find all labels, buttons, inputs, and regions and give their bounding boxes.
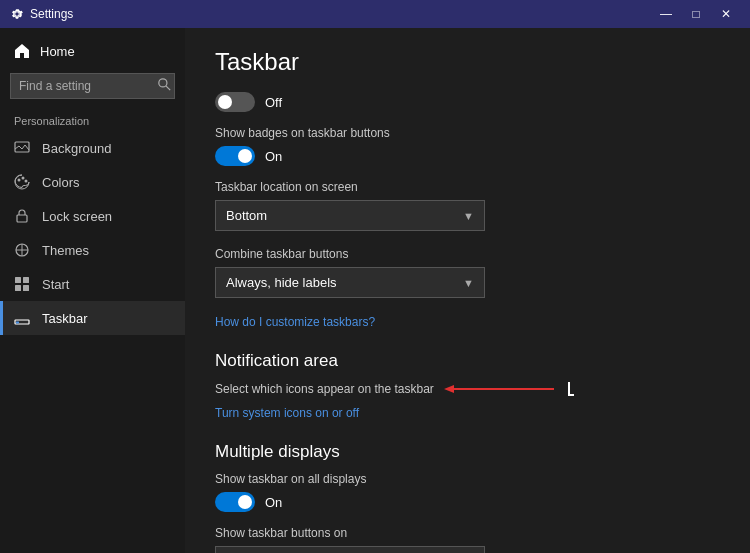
svg-rect-11 <box>23 285 29 291</box>
sidebar-item-start-label: Start <box>42 277 69 292</box>
home-icon <box>14 43 30 59</box>
palette-icon <box>14 174 30 190</box>
combine-dropdown[interactable]: Always, hide labels ▼ <box>215 267 485 298</box>
location-dropdown[interactable]: Bottom ▼ <box>215 200 485 231</box>
minimize-button[interactable]: — <box>652 3 680 25</box>
badges-toggle-row: On <box>215 146 720 166</box>
svg-rect-13 <box>16 322 19 324</box>
svg-rect-6 <box>17 215 27 222</box>
sidebar-item-lock-screen-label: Lock screen <box>42 209 112 224</box>
sidebar-item-start[interactable]: Start <box>0 267 185 301</box>
svg-rect-9 <box>23 277 29 283</box>
sidebar-item-taskbar[interactable]: Taskbar <box>0 301 185 335</box>
sidebar-item-themes-label: Themes <box>42 243 89 258</box>
main-toggle[interactable] <box>215 92 255 112</box>
sidebar-item-themes[interactable]: Themes <box>0 233 185 267</box>
svg-marker-15 <box>444 385 454 393</box>
close-button[interactable]: ✕ <box>712 3 740 25</box>
sidebar-section-label: Personalization <box>0 109 185 131</box>
location-dropdown-arrow: ▼ <box>463 210 474 222</box>
sidebar: Home Personalization Background <box>0 28 185 553</box>
badges-label: Show badges on taskbar buttons <box>215 126 720 140</box>
start-icon <box>14 276 30 292</box>
sidebar-home-label: Home <box>40 44 75 59</box>
cursor-indicator <box>568 382 574 396</box>
show-all-toggle[interactable] <box>215 492 255 512</box>
app-body: Home Personalization Background <box>0 28 750 553</box>
titlebar: Settings — □ ✕ <box>0 0 750 28</box>
themes-icon <box>14 242 30 258</box>
main-toggle-label: Off <box>265 95 282 110</box>
sidebar-item-background[interactable]: Background <box>0 131 185 165</box>
content-area: Taskbar Off Show badges on taskbar butto… <box>185 28 750 553</box>
sidebar-item-colors[interactable]: Colors <box>0 165 185 199</box>
svg-point-0 <box>159 79 167 87</box>
location-label: Taskbar location on screen <box>215 180 720 194</box>
buttons-on-dropdown[interactable]: All taskbars ▼ <box>215 546 485 553</box>
sidebar-item-lock-screen[interactable]: Lock screen <box>0 199 185 233</box>
combine-selected: Always, hide labels <box>226 275 337 290</box>
colors-icon <box>14 174 30 190</box>
red-arrow-icon <box>444 381 564 397</box>
notification-icons-label: Select which icons appear on the taskbar <box>215 382 434 396</box>
settings-gear-icon <box>10 7 24 21</box>
notification-area-heading: Notification area <box>215 351 720 371</box>
combine-dropdown-arrow: ▼ <box>463 277 474 289</box>
show-all-toggle-row: On <box>215 492 720 512</box>
svg-rect-8 <box>15 277 21 283</box>
red-arrow-indicator <box>444 381 564 397</box>
svg-point-3 <box>18 179 21 182</box>
multiple-displays-heading: Multiple displays <box>215 442 720 462</box>
combine-dropdown-container: Combine taskbar buttons Always, hide lab… <box>215 247 720 298</box>
lock-icon <box>14 208 30 224</box>
show-all-toggle-label: On <box>265 495 282 510</box>
system-icons-link[interactable]: Turn system icons on or off <box>215 406 359 420</box>
search-icon <box>158 78 171 91</box>
sidebar-item-home[interactable]: Home <box>0 33 185 69</box>
titlebar-left: Settings <box>10 7 73 21</box>
sidebar-item-taskbar-label: Taskbar <box>42 311 88 326</box>
notification-icons-row: Select which icons appear on the taskbar <box>215 381 720 397</box>
page-title: Taskbar <box>215 48 720 76</box>
badges-toggle-label: On <box>265 149 282 164</box>
sidebar-item-colors-label: Colors <box>42 175 80 190</box>
search-input[interactable] <box>10 73 175 99</box>
sidebar-item-background-label: Background <box>42 141 111 156</box>
buttons-on-label: Show taskbar buttons on <box>215 526 720 540</box>
svg-point-5 <box>25 180 28 183</box>
sidebar-search <box>10 73 175 99</box>
combine-label: Combine taskbar buttons <box>215 247 720 261</box>
search-button[interactable] <box>158 78 171 94</box>
taskbar-icon <box>14 310 30 326</box>
titlebar-title: Settings <box>30 7 73 21</box>
main-toggle-row: Off <box>215 92 720 112</box>
svg-point-4 <box>22 177 25 180</box>
svg-line-1 <box>166 86 170 90</box>
badges-toggle[interactable] <box>215 146 255 166</box>
location-selected: Bottom <box>226 208 267 223</box>
location-dropdown-container: Taskbar location on screen Bottom ▼ <box>215 180 720 231</box>
maximize-button[interactable]: □ <box>682 3 710 25</box>
customize-link[interactable]: How do I customize taskbars? <box>215 315 375 329</box>
buttons-on-dropdown-container: Show taskbar buttons on All taskbars ▼ <box>215 526 720 553</box>
show-all-label: Show taskbar on all displays <box>215 472 720 486</box>
titlebar-controls: — □ ✕ <box>652 3 740 25</box>
background-icon <box>14 140 30 156</box>
svg-rect-10 <box>15 285 21 291</box>
